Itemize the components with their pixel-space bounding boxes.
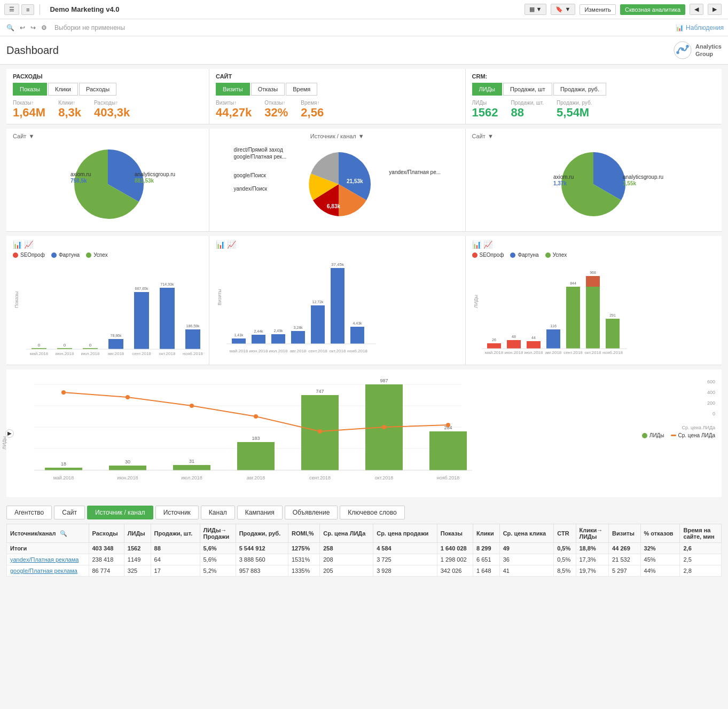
col-prodazhi-rub[interactable]: Продажи, руб. <box>236 524 288 543</box>
settings-btn[interactable]: ⚙ <box>39 23 49 33</box>
tab-prodazhi-rub[interactable]: Продажи, руб. <box>553 83 606 96</box>
filter-obyavlenie[interactable]: Объявление <box>285 506 338 519</box>
col-ctr[interactable]: CTR <box>554 524 576 543</box>
total-prodazhi-rub: 5 544 912 <box>236 543 288 554</box>
filter-klyuchevoe[interactable]: Ключевое слово <box>340 506 404 519</box>
svg-text:48: 48 <box>512 335 516 338</box>
total-lidy-prodazhi: 5,6% <box>200 543 236 554</box>
row2-source[interactable]: google/Платная реклама <box>7 565 89 577</box>
col-rashody[interactable]: Расходы <box>89 524 124 543</box>
tab-lidy[interactable]: ЛИДы <box>472 83 502 96</box>
filter-tabs: Агентство Сайт Источник / канал Источник… <box>6 501 722 519</box>
dashboard-title: Dashboard <box>6 44 673 57</box>
filter-icon[interactable]: 🔍 <box>4 23 17 33</box>
svg-text:31: 31 <box>189 459 194 464</box>
undo-btn[interactable]: ↩ <box>18 23 27 33</box>
pie-chart-1: Сайт ▼ axiom.ru 758,5k analyticsgroup.ru… <box>6 129 209 231</box>
svg-rect-70 <box>586 276 600 349</box>
sidebar-arrow[interactable]: ▶ <box>5 429 14 438</box>
bar-icon-1[interactable]: 📊 <box>13 240 22 249</box>
line-icon-1[interactable]: 📈 <box>24 240 33 249</box>
filter-label: Выборки не применены <box>54 24 125 31</box>
col-kliki-lidy[interactable]: Клики→ ЛИДы <box>576 524 609 543</box>
data-table: Источник/канал 🔍 Расходы ЛИДы Продажи, ш… <box>6 524 722 577</box>
filter-kampaniya[interactable]: Кампания <box>237 506 283 519</box>
redo-btn[interactable]: ↪ <box>28 23 38 33</box>
tab-otkazy[interactable]: Отказы <box>251 83 285 96</box>
nabl-btn[interactable]: 📊 Наблюдения <box>676 24 724 31</box>
full-chart-svg: 18 30 31 183 747 987 <box>13 374 494 491</box>
tab-kliki[interactable]: Клики <box>48 83 78 96</box>
col-pokazy[interactable]: Показы <box>437 524 473 543</box>
search-icon[interactable]: 🔍 <box>60 530 67 537</box>
bar-chart-2: 📊 📈 Визиты 1,41k 2,44k 2,49k 3,28k 12, <box>209 236 466 365</box>
svg-text:667,65k: 667,65k <box>135 287 148 290</box>
svg-rect-89 <box>45 468 82 470</box>
tab-rashody[interactable]: Расходы <box>79 83 116 96</box>
bookmark-btn[interactable]: 🔖 ▼ <box>551 4 575 15</box>
col-lidy[interactable]: ЛИДы <box>124 524 151 543</box>
pie3-selector[interactable]: Сайт ▼ <box>472 133 716 139</box>
vizity-label: Визиты↑ <box>216 100 252 106</box>
svg-rect-21 <box>108 339 123 349</box>
filter-site[interactable]: Сайт <box>54 506 85 519</box>
col-otkazy[interactable]: % отказов <box>640 524 680 543</box>
tab-pokazy[interactable]: Показы <box>13 83 47 96</box>
svg-point-103 <box>61 390 66 395</box>
list-btn[interactable]: ≡ <box>21 4 34 15</box>
svg-text:нояб.2018: нояб.2018 <box>347 349 367 353</box>
edit-btn[interactable]: Изменить <box>580 4 616 15</box>
nav-back-btn[interactable]: ◀ <box>690 4 703 15</box>
col-source[interactable]: Источник/канал 🔍 <box>7 524 89 543</box>
svg-text:авг.2018: авг.2018 <box>108 351 124 356</box>
svg-text:сент.2018: сент.2018 <box>132 351 151 356</box>
svg-text:291: 291 <box>609 313 616 317</box>
bar-icon: 📊 <box>676 24 684 31</box>
svg-rect-44 <box>291 331 305 344</box>
pie1-svg: axiom.ru 758,5k analyticsgroup.ru 881,53… <box>54 144 161 224</box>
otkazy-value: 32% <box>264 106 288 120</box>
nav-fwd-btn[interactable]: ▶ <box>708 4 722 15</box>
svg-rect-42 <box>271 334 285 344</box>
col-sr-tsena-prodazhi[interactable]: Ср. цена продажи <box>373 524 437 543</box>
filter-kanal[interactable]: Канал <box>201 506 235 519</box>
filter-agentstvo[interactable]: Агентство <box>6 506 52 519</box>
menu-btn[interactable]: ☰ <box>4 4 19 15</box>
tab-vremya[interactable]: Время <box>286 83 317 96</box>
col-prodazhi-sht[interactable]: Продажи, шт. <box>151 524 200 543</box>
col-sr-tsena-lida[interactable]: Ср. цена ЛИДа <box>320 524 373 543</box>
svg-text:12,72k: 12,72k <box>312 300 324 304</box>
pie2-selector[interactable]: Источник / канал ▼ <box>216 133 459 139</box>
analytics-btn[interactable]: Сквозная аналитика <box>620 4 685 15</box>
tab-vizity[interactable]: Визиты <box>216 83 250 96</box>
pie1-selector[interactable]: Сайт ▼ <box>13 133 202 139</box>
col-romi[interactable]: ROMI,% <box>288 524 319 543</box>
line-icon-2[interactable]: 📈 <box>227 240 236 249</box>
bar-icon-2[interactable]: 📊 <box>216 240 225 249</box>
row1-source[interactable]: yandex/Платная реклама <box>7 554 89 565</box>
vremya-value: 2,56 <box>301 106 324 120</box>
svg-text:747: 747 <box>316 389 324 394</box>
tab-prodazhi-sht[interactable]: Продажи, шт <box>503 83 552 96</box>
display-btn[interactable]: ▦ ▼ <box>525 4 547 15</box>
svg-text:axiom.ru: axiom.ru <box>71 171 91 177</box>
line-icon-3[interactable]: 📈 <box>483 240 492 249</box>
svg-text:Визиты: Визиты <box>217 289 222 305</box>
bar-icon-3[interactable]: 📊 <box>472 240 481 249</box>
filter-istochnik[interactable]: Источник <box>155 506 199 519</box>
svg-rect-46 <box>311 305 325 344</box>
col-vizity[interactable]: Визиты <box>609 524 640 543</box>
svg-text:авг.2018: авг.2018 <box>247 475 265 480</box>
svg-rect-62 <box>507 340 521 349</box>
filter-istochnik-kanal[interactable]: Источник / канал <box>87 506 153 519</box>
col-kliki[interactable]: Клики <box>473 524 499 543</box>
col-lidy-prodazhi[interactable]: ЛИДы→ Продажи <box>200 524 236 543</box>
svg-text:714,93k: 714,93k <box>161 282 174 286</box>
svg-rect-23 <box>134 292 149 349</box>
svg-text:6,83k: 6,83k <box>327 203 340 209</box>
svg-text:сент.2018: сент.2018 <box>563 350 583 355</box>
col-sr-tsena-klika[interactable]: Ср. цена клика <box>499 524 554 543</box>
col-vremya[interactable]: Время на сайте, мин <box>680 524 722 543</box>
total-kliki-lidy: 18,8% <box>576 543 609 554</box>
secondary-toolbar: 🔍 ↩ ↪ ⚙ Выборки не применены 📊 Наблюдени… <box>0 19 728 36</box>
